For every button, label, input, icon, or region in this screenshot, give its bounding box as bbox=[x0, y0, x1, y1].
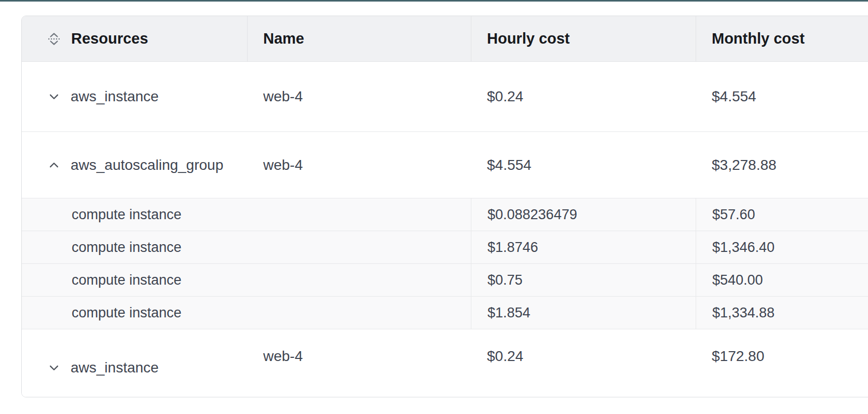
hourly-cost-cell: $0.75 bbox=[471, 264, 696, 296]
header-cell-hourly-cost: Hourly cost bbox=[471, 16, 696, 61]
resource-type-label: aws_instance bbox=[71, 359, 159, 376]
chevron-down-icon[interactable] bbox=[46, 88, 62, 105]
chevron-up-icon[interactable] bbox=[46, 157, 62, 173]
header-label-monthly-cost: Monthly cost bbox=[712, 30, 805, 47]
name-cell: web-4 bbox=[248, 88, 471, 105]
cost-breakdown-table: Resources Name Hourly cost Monthly cost … bbox=[21, 16, 868, 397]
sub-row: compute instance $1.8746 $1,346.40 bbox=[22, 231, 868, 264]
sub-resource-label: compute instance bbox=[22, 297, 471, 329]
header-label-resources: Resources bbox=[71, 30, 148, 47]
monthly-cost-cell: $172.80 bbox=[696, 348, 868, 365]
sub-row: compute instance $0.088236479 $57.60 bbox=[22, 198, 868, 231]
header-label-name: Name bbox=[263, 30, 304, 47]
hourly-cost-cell: $0.088236479 bbox=[471, 198, 696, 231]
monthly-cost-cell: $4.554 bbox=[696, 88, 868, 105]
sub-row: compute instance $1.854 $1,334.88 bbox=[22, 297, 868, 329]
hourly-cost-cell: $0.24 bbox=[471, 348, 696, 365]
monthly-cost-cell: $1,334.88 bbox=[696, 297, 868, 329]
name-cell: web-4 bbox=[248, 157, 471, 173]
resource-type-label: aws_autoscaling_group bbox=[71, 157, 223, 173]
header-cell-name: Name bbox=[248, 16, 471, 61]
monthly-cost-cell: $1,346.40 bbox=[696, 231, 868, 263]
monthly-cost-cell: $57.60 bbox=[696, 198, 868, 231]
resource-type-label: aws_instance bbox=[71, 88, 159, 105]
top-accent-bar bbox=[0, 0, 868, 2]
chevron-down-icon[interactable] bbox=[46, 359, 62, 376]
resource-cell: aws_instance bbox=[22, 88, 248, 105]
sub-resource-label: compute instance bbox=[22, 264, 471, 296]
hourly-cost-cell: $1.854 bbox=[471, 297, 696, 329]
drag-handle-icon[interactable] bbox=[46, 31, 62, 47]
hourly-cost-cell: $1.8746 bbox=[471, 231, 696, 263]
monthly-cost-cell: $3,278.88 bbox=[696, 157, 868, 173]
resource-cell: aws_instance bbox=[22, 359, 248, 376]
table-row: aws_instance web-4 $0.24 $172.80 bbox=[22, 329, 868, 397]
table-header-row: Resources Name Hourly cost Monthly cost bbox=[22, 16, 868, 62]
table-row: aws_instance web-4 $0.24 $4.554 bbox=[22, 62, 868, 132]
name-cell: web-4 bbox=[248, 348, 471, 365]
hourly-cost-cell: $0.24 bbox=[471, 88, 696, 105]
sub-resource-label: compute instance bbox=[22, 198, 471, 231]
header-cell-monthly-cost: Monthly cost bbox=[696, 16, 868, 61]
table-row: aws_autoscaling_group web-4 $4.554 $3,27… bbox=[22, 132, 868, 198]
header-label-hourly-cost: Hourly cost bbox=[487, 30, 570, 47]
sub-resource-label: compute instance bbox=[22, 231, 471, 263]
hourly-cost-cell: $4.554 bbox=[471, 157, 696, 173]
header-cell-resources: Resources bbox=[22, 16, 248, 61]
sub-row: compute instance $0.75 $540.00 bbox=[22, 264, 868, 297]
resource-cell: aws_autoscaling_group bbox=[22, 157, 248, 173]
monthly-cost-cell: $540.00 bbox=[696, 264, 868, 296]
